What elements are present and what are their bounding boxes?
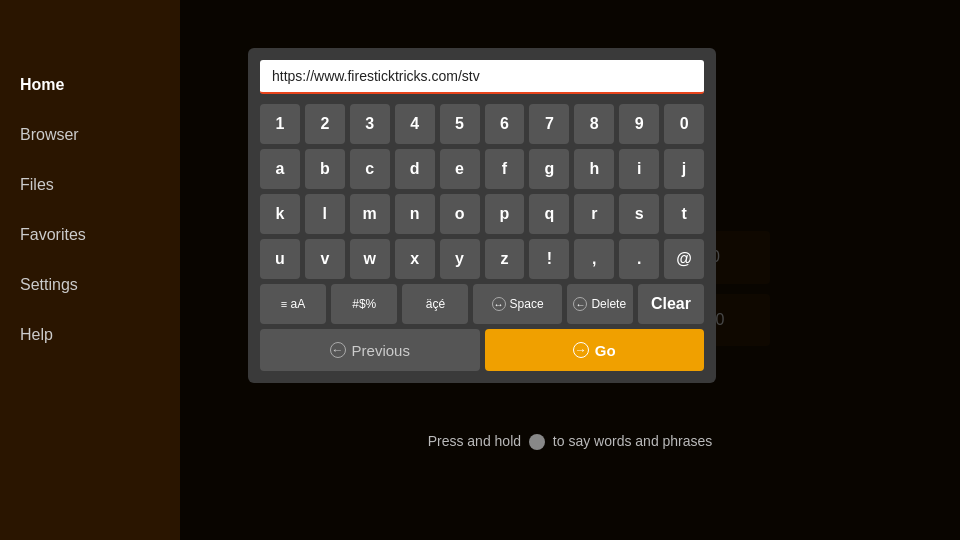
number-row: 1 2 3 4 5 6 7 8 9 0 (260, 104, 704, 144)
key-b[interactable]: b (305, 149, 345, 189)
key-space[interactable]: ↔ Space (473, 284, 561, 324)
keyboard: 1 2 3 4 5 6 7 8 9 0 a b c d e f g h i j … (260, 104, 704, 324)
key-p[interactable]: p (485, 194, 525, 234)
sidebar: Home Browser Files Favorites Settings He… (0, 0, 180, 540)
go-icon: → (573, 342, 589, 358)
key-q[interactable]: q (529, 194, 569, 234)
key-7[interactable]: 7 (529, 104, 569, 144)
key-clear[interactable]: Clear (638, 284, 704, 324)
key-i[interactable]: i (619, 149, 659, 189)
key-menu-case[interactable]: ≡ aA (260, 284, 326, 324)
key-l[interactable]: l (305, 194, 345, 234)
key-comma[interactable]: , (574, 239, 614, 279)
key-4[interactable]: 4 (395, 104, 435, 144)
key-e[interactable]: e (440, 149, 480, 189)
previous-icon: ← (330, 342, 346, 358)
key-y[interactable]: y (440, 239, 480, 279)
key-j[interactable]: j (664, 149, 704, 189)
key-t[interactable]: t (664, 194, 704, 234)
sidebar-item-settings[interactable]: Settings (0, 260, 180, 310)
sidebar-item-browser[interactable]: Browser (0, 110, 180, 160)
key-exclaim[interactable]: ! (529, 239, 569, 279)
sidebar-item-favorites[interactable]: Favorites (0, 210, 180, 260)
key-8[interactable]: 8 (574, 104, 614, 144)
special-row: ≡ aA #$% äçé ↔ Space ← Delete Clear (260, 284, 704, 324)
key-0[interactable]: 0 (664, 104, 704, 144)
key-k[interactable]: k (260, 194, 300, 234)
key-delete[interactable]: ← Delete (567, 284, 633, 324)
keyboard-dialog: https://www.firesticktricks.com/stv 1 2 … (248, 48, 716, 383)
key-o[interactable]: o (440, 194, 480, 234)
key-accents[interactable]: äçé (402, 284, 468, 324)
key-a[interactable]: a (260, 149, 300, 189)
key-9[interactable]: 9 (619, 104, 659, 144)
previous-button[interactable]: ← Previous (260, 329, 480, 371)
key-symbols[interactable]: #$% (331, 284, 397, 324)
go-button[interactable]: → Go (485, 329, 705, 371)
key-5[interactable]: 5 (440, 104, 480, 144)
key-c[interactable]: c (350, 149, 390, 189)
row-k-t: k l m n o p q r s t (260, 194, 704, 234)
key-at[interactable]: @ (664, 239, 704, 279)
key-x[interactable]: x (395, 239, 435, 279)
key-w[interactable]: w (350, 239, 390, 279)
key-6[interactable]: 6 (485, 104, 525, 144)
url-input-bar[interactable]: https://www.firesticktricks.com/stv (260, 60, 704, 94)
key-n[interactable]: n (395, 194, 435, 234)
key-3[interactable]: 3 (350, 104, 390, 144)
key-m[interactable]: m (350, 194, 390, 234)
row-a-j: a b c d e f g h i j (260, 149, 704, 189)
key-2[interactable]: 2 (305, 104, 345, 144)
key-z[interactable]: z (485, 239, 525, 279)
key-1[interactable]: 1 (260, 104, 300, 144)
key-s[interactable]: s (619, 194, 659, 234)
action-row: ← Previous → Go (260, 329, 704, 371)
key-u[interactable]: u (260, 239, 300, 279)
key-g[interactable]: g (529, 149, 569, 189)
key-r[interactable]: r (574, 194, 614, 234)
mic-icon (529, 434, 545, 450)
hint-bar: Press and hold to say words and phrases (180, 433, 960, 450)
row-u-at: u v w x y z ! , . @ (260, 239, 704, 279)
key-d[interactable]: d (395, 149, 435, 189)
sidebar-item-help[interactable]: Help (0, 310, 180, 360)
key-period[interactable]: . (619, 239, 659, 279)
sidebar-item-files[interactable]: Files (0, 160, 180, 210)
sidebar-item-home[interactable]: Home (0, 60, 180, 110)
key-h[interactable]: h (574, 149, 614, 189)
key-f[interactable]: f (485, 149, 525, 189)
key-v[interactable]: v (305, 239, 345, 279)
